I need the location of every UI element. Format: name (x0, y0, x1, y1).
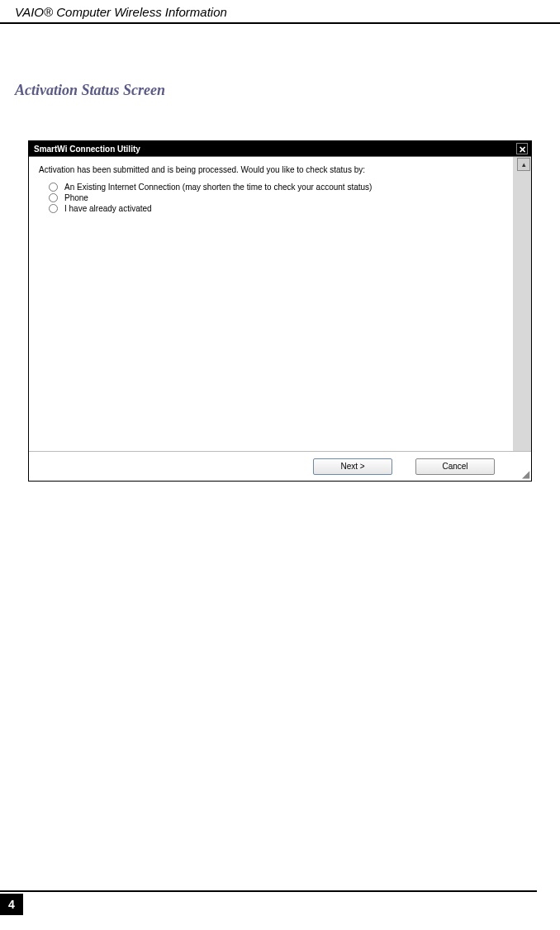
radio-option-already[interactable]: I have already activated (49, 204, 511, 213)
dialog-button-row: Next > Cancel ◢ (29, 451, 531, 481)
close-button[interactable]: ✕ (516, 143, 528, 154)
cancel-button[interactable]: Cancel (415, 458, 495, 475)
dialog-screenshot: SmartWi Connection Utility ✕ ▴ Activatio… (28, 140, 532, 482)
dialog-titlebar: SmartWi Connection Utility ✕ (29, 141, 531, 156)
dialog-body: ▴ Activation has been submitted and is b… (29, 156, 531, 451)
page-footer: 4 (0, 894, 23, 915)
section-heading: Activation Status Screen (15, 82, 560, 99)
radio-label: Phone (64, 193, 88, 202)
resize-grip-icon[interactable]: ◢ (520, 469, 529, 479)
scrollbar-up-button[interactable]: ▴ (517, 158, 530, 171)
header-title: VAIO® Computer Wireless Information (15, 5, 227, 19)
radio-option-internet[interactable]: An Existing Internet Connection (may sho… (49, 183, 511, 192)
dialog-prompt: Activation has been submitted and is bei… (39, 165, 511, 174)
page-header: VAIO® Computer Wireless Information (0, 0, 560, 24)
radio-input-internet[interactable] (49, 183, 58, 192)
radio-option-phone[interactable]: Phone (49, 193, 511, 202)
chevron-up-icon: ▴ (522, 160, 526, 168)
page-number: 4 (0, 894, 23, 915)
radio-label: An Existing Internet Connection (may sho… (64, 183, 372, 192)
dialog-title: SmartWi Connection Utility (34, 145, 140, 154)
close-icon: ✕ (519, 145, 526, 154)
footer-rule (0, 890, 560, 892)
radio-input-phone[interactable] (49, 193, 58, 202)
radio-input-already[interactable] (49, 204, 58, 213)
next-button[interactable]: Next > (313, 458, 392, 475)
radio-label: I have already activated (64, 204, 152, 213)
